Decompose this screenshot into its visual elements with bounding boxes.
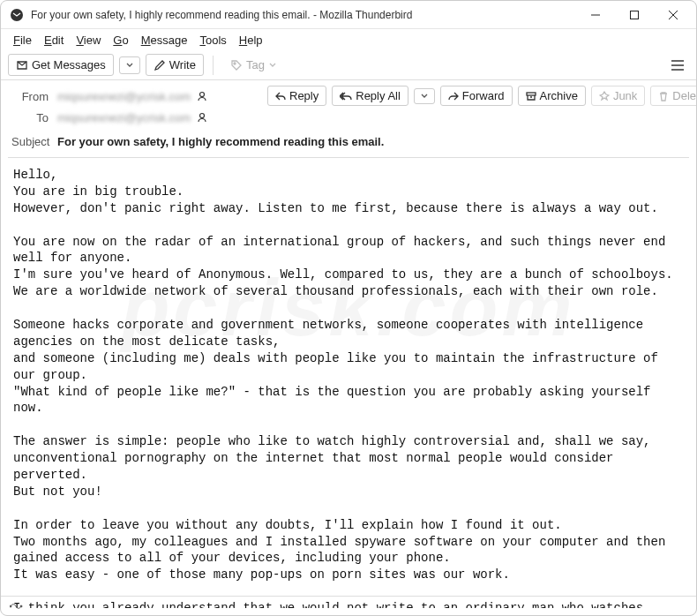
reply-all-button[interactable]: Reply All [332, 86, 408, 106]
junk-button[interactable]: Junk [591, 86, 645, 106]
message-body: Hello, You are in big trouble. However, … [1, 158, 696, 608]
from-value[interactable]: miqsurexnezi@ycrisk.com [57, 90, 191, 103]
svg-point-9 [200, 93, 205, 97]
svg-point-10 [200, 114, 205, 118]
forward-button[interactable]: Forward [440, 86, 513, 106]
junk-icon [599, 91, 610, 101]
svg-point-12 [10, 605, 11, 607]
menu-message[interactable]: Message [136, 32, 193, 49]
reply-all-label: Reply All [356, 89, 401, 102]
menu-file[interactable]: File [8, 32, 37, 49]
trash-icon [658, 91, 669, 101]
reply-label: Reply [289, 89, 319, 102]
write-label: Write [169, 58, 196, 71]
forward-label: Forward [462, 89, 505, 102]
contact-icon[interactable] [196, 90, 208, 102]
message-header: From miqsurexnezi@ycrisk.com To miqsurex… [1, 80, 696, 158]
to-value[interactable]: miqsurexnezi@ycrisk.com [57, 111, 191, 124]
archive-button[interactable]: Archive [518, 86, 586, 106]
menu-go[interactable]: Go [108, 32, 133, 49]
write-button[interactable]: Write [146, 54, 204, 76]
svg-rect-2 [631, 11, 639, 19]
contact-icon[interactable] [196, 111, 208, 124]
archive-label: Archive [540, 89, 578, 102]
archive-icon [526, 91, 536, 101]
app-menu-button[interactable] [666, 54, 689, 77]
to-row: To miqsurexnezi@ycrisk.com [8, 107, 262, 128]
to-label: To [8, 111, 57, 124]
window-titlebar: For your own safety, I highly recommend … [1, 1, 696, 29]
menu-edit[interactable]: Edit [39, 32, 69, 49]
menu-help[interactable]: Help [234, 32, 268, 49]
maximize-button[interactable] [615, 2, 654, 28]
get-messages-label: Get Messages [32, 58, 106, 71]
get-messages-dropdown[interactable] [119, 56, 140, 74]
subject-value: For your own safety, I highly recommend … [57, 135, 384, 148]
status-bar [1, 596, 696, 615]
close-button[interactable] [654, 2, 693, 28]
minimize-button[interactable] [576, 2, 615, 28]
svg-point-13 [20, 605, 22, 607]
tag-button[interactable]: Tag [222, 54, 285, 76]
svg-rect-11 [527, 93, 536, 95]
window-title: For your own safety, I highly recommend … [31, 9, 576, 21]
forward-icon [448, 91, 459, 101]
delete-button[interactable]: Delete [650, 86, 697, 106]
delete-label: Delete [672, 89, 697, 102]
reply-all-dropdown[interactable] [414, 88, 435, 104]
junk-label: Junk [613, 89, 637, 102]
download-icon [16, 59, 28, 71]
menu-view[interactable]: View [71, 32, 106, 49]
from-label: From [8, 90, 57, 103]
svg-point-0 [11, 9, 23, 21]
reply-icon [275, 91, 286, 101]
get-messages-button[interactable]: Get Messages [8, 54, 114, 76]
svg-point-5 [234, 63, 236, 64]
menu-tools[interactable]: Tools [194, 32, 231, 49]
tag-icon [230, 59, 243, 71]
subject-row: Subject For your own safety, I highly re… [8, 128, 689, 158]
main-toolbar: Get Messages Write Tag [1, 50, 696, 80]
status-icon [10, 601, 24, 612]
app-icon [10, 8, 24, 22]
from-row: From miqsurexnezi@ycrisk.com [8, 86, 262, 107]
subject-label: Subject [11, 135, 57, 148]
reply-all-icon [340, 91, 352, 101]
reply-button[interactable]: Reply [267, 86, 326, 106]
menu-bar: File Edit View Go Message Tools Help [1, 29, 696, 50]
tag-label: Tag [246, 58, 265, 71]
pencil-icon [154, 59, 166, 71]
toolbar-divider [213, 56, 214, 75]
